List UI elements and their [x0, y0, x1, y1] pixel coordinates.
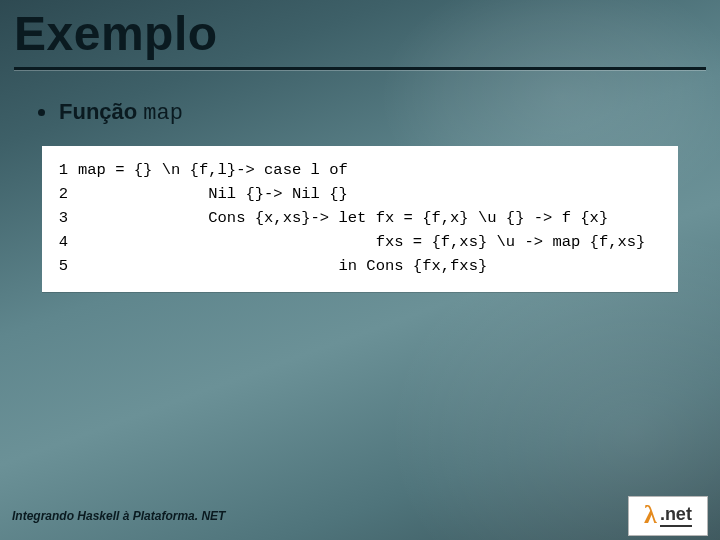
slide-title: Exemplo — [14, 6, 706, 61]
footer-text: Integrando Haskell à Plataforma. NET — [12, 509, 225, 523]
bullet-dot-icon — [38, 109, 45, 116]
code-line: 1 map = {} \n {f,l}-> case l of — [56, 158, 664, 182]
logo-text: .net — [660, 505, 692, 527]
line-number: 4 — [56, 230, 78, 254]
logo: λ .net — [628, 496, 708, 536]
line-number: 5 — [56, 254, 78, 278]
bullet-label: Função — [59, 99, 137, 124]
bullet-item: Função map — [34, 99, 686, 126]
footer: Integrando Haskell à Plataforma. NET λ .… — [0, 498, 720, 540]
line-number: 2 — [56, 182, 78, 206]
code-text: fxs = {f,xs} \u -> map {f,xs} — [78, 230, 664, 254]
title-area: Exemplo — [0, 0, 720, 71]
code-text: in Cons {fx,fxs} — [78, 254, 664, 278]
code-text: map = {} \n {f,l}-> case l of — [78, 158, 664, 182]
code-panel: 1 map = {} \n {f,l}-> case l of 2 Nil {}… — [42, 146, 678, 292]
slide-body: Função map 1 map = {} \n {f,l}-> case l … — [0, 71, 720, 292]
code-text: Cons {x,xs}-> let fx = {f,x} \u {} -> f … — [78, 206, 664, 230]
lambda-icon: λ — [644, 502, 657, 528]
code-line: 4 fxs = {f,xs} \u -> map {f,xs} — [56, 230, 664, 254]
code-line: 5 in Cons {fx,fxs} — [56, 254, 664, 278]
line-number: 1 — [56, 158, 78, 182]
code-line: 3 Cons {x,xs}-> let fx = {f,x} \u {} -> … — [56, 206, 664, 230]
bullet-code: map — [143, 101, 183, 126]
code-line: 2 Nil {}-> Nil {} — [56, 182, 664, 206]
code-text: Nil {}-> Nil {} — [78, 182, 664, 206]
line-number: 3 — [56, 206, 78, 230]
